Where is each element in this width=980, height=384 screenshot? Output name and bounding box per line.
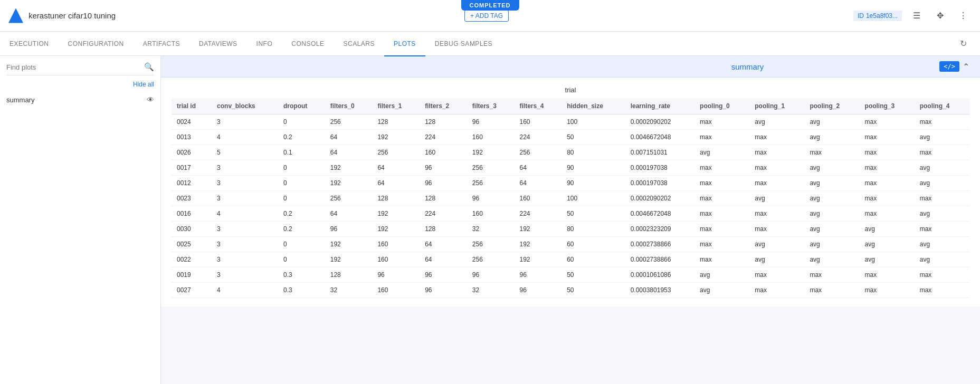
col-header-filters_2: filters_2	[420, 98, 467, 114]
table-cell: avg	[749, 252, 804, 267]
table-cell: 128	[420, 191, 467, 206]
table-cell: 160	[467, 206, 515, 222]
table-row: 002430256128128961601000.0002090202maxav…	[172, 114, 969, 130]
tab-configuration[interactable]: CONFIGURATION	[59, 32, 134, 56]
table-cell: max	[915, 191, 969, 206]
table-cell: 128	[372, 191, 420, 206]
table-cell: max	[749, 130, 804, 145]
table-cell: 32	[325, 283, 373, 298]
table-cell: 64	[372, 160, 420, 176]
table-cell: 256	[467, 176, 515, 191]
menu-button[interactable]: ⋮	[955, 7, 972, 24]
tab-dataviews[interactable]: DATAVIEWS	[189, 32, 247, 56]
table-cell: max	[694, 191, 749, 206]
table-cell: 0.000197038	[625, 176, 694, 191]
hide-all-button[interactable]: Hide all	[6, 81, 154, 88]
table-cell: 192	[467, 145, 515, 160]
table-cell: max	[804, 283, 859, 298]
table-cell: 96	[467, 191, 515, 206]
table-cell: 0.0002090202	[625, 114, 694, 130]
table-row: 001730192649625664900.000197038maxmaxavg…	[172, 160, 969, 176]
search-icon[interactable]: 🔍	[144, 62, 154, 72]
col-header-pooling_3: pooling_3	[860, 98, 915, 114]
table-cell: avg	[804, 191, 859, 206]
table-cell: avg	[804, 130, 859, 145]
search-input[interactable]	[6, 63, 144, 71]
table-cell: 0027	[172, 283, 212, 298]
summary-header: summary </> ⌃	[161, 56, 980, 78]
table-cell: max	[694, 130, 749, 145]
table-cell: 0013	[172, 130, 212, 145]
table-cell: 0012	[172, 176, 212, 191]
table-row: 001230192649625664900.000197038maxmaxavg…	[172, 176, 969, 191]
table-cell: 0.0002738866	[625, 252, 694, 267]
tab-debug-samples[interactable]: DEBUG SAMPLES	[425, 32, 502, 56]
table-cell: 3	[212, 114, 278, 130]
sidebar-item-summary[interactable]: summary 👁	[6, 92, 154, 107]
tab-artifacts[interactable]: ARTIFACTS	[134, 32, 189, 56]
add-tag-button[interactable]: + ADD TAG	[464, 10, 509, 22]
table-cell: avg	[915, 176, 969, 191]
summary-actions: </> ⌃	[939, 61, 969, 72]
tab-execution[interactable]: EXECUTION	[0, 32, 59, 56]
table-cell: avg	[749, 191, 804, 206]
add-tag-area: + ADD TAG	[464, 10, 509, 22]
id-label: ID	[858, 12, 864, 20]
table-cell: 3	[212, 252, 278, 267]
table-cell: 0.3	[278, 267, 325, 283]
table-cell: 3	[212, 160, 278, 176]
id-badge: ID 1e5a8f03...	[853, 11, 902, 21]
table-cell: 192	[372, 206, 420, 222]
table-row: 00253019216064256192600.0002738866maxavg…	[172, 237, 969, 252]
table-cell: 0.0001061086	[625, 267, 694, 283]
table-cell: avg	[804, 222, 859, 237]
summary-title: summary	[556, 62, 940, 71]
table-cell: max	[804, 145, 859, 160]
table-cell: avg	[694, 283, 749, 298]
table-row: 001930.312896969696500.0001061086avgmaxm…	[172, 267, 969, 283]
table-cell: 0.0046672048	[625, 206, 694, 222]
table-cell: 64	[325, 145, 373, 160]
table-cell: avg	[694, 145, 749, 160]
table-cell: 128	[420, 114, 467, 130]
id-value: 1e5a8f03...	[866, 12, 898, 20]
table-cell: max	[860, 283, 915, 298]
collapse-button[interactable]: ⌃	[963, 61, 969, 72]
table-cell: 0.2	[278, 130, 325, 145]
eye-icon[interactable]: 👁	[147, 95, 154, 104]
tab-scalars[interactable]: SCALARS	[334, 32, 384, 56]
table-cell: 256	[467, 237, 515, 252]
table-cell: 0.0003801953	[625, 283, 694, 298]
main-layout: 🔍 Hide all summary 👁 summary </> ⌃ tria	[0, 56, 980, 384]
tab-plots[interactable]: PLOTS	[384, 32, 425, 56]
table-cell: 256	[325, 191, 373, 206]
table-cell: 0.2	[278, 206, 325, 222]
table-cell: 192	[325, 176, 373, 191]
list-view-button[interactable]: ☰	[908, 7, 925, 24]
table-cell: 96	[467, 114, 515, 130]
table-cell: 0025	[172, 237, 212, 252]
trial-label: trial	[172, 86, 969, 94]
table-cell: 4	[212, 283, 278, 298]
table-cell: avg	[804, 176, 859, 191]
table-row: 002740.332160963296500.0003801953avgmaxm…	[172, 283, 969, 298]
header-row: trial idconv_blocksdropoutfilters_0filte…	[172, 98, 969, 114]
columns-button[interactable]: ✥	[931, 7, 948, 24]
table-cell: 0026	[172, 145, 212, 160]
table-cell: max	[694, 114, 749, 130]
table-cell: 0019	[172, 267, 212, 283]
tab-info[interactable]: INFO	[247, 32, 282, 56]
code-button[interactable]: </>	[939, 61, 959, 72]
table-cell: 90	[562, 176, 625, 191]
tab-console[interactable]: CONSOLE	[282, 32, 334, 56]
table-row: 002330256128128961601000.0002090202maxav…	[172, 191, 969, 206]
table-cell: max	[749, 222, 804, 237]
table-cell: 50	[562, 283, 625, 298]
table-cell: 224	[515, 130, 562, 145]
table-cell: 0	[278, 160, 325, 176]
table-cell: 50	[562, 267, 625, 283]
table-cell: 256	[372, 145, 420, 160]
table-cell: 0.0002090202	[625, 191, 694, 206]
table-row: 002650.164256160192256800.007151031avgma…	[172, 145, 969, 160]
refresh-button[interactable]: ↻	[955, 35, 972, 52]
